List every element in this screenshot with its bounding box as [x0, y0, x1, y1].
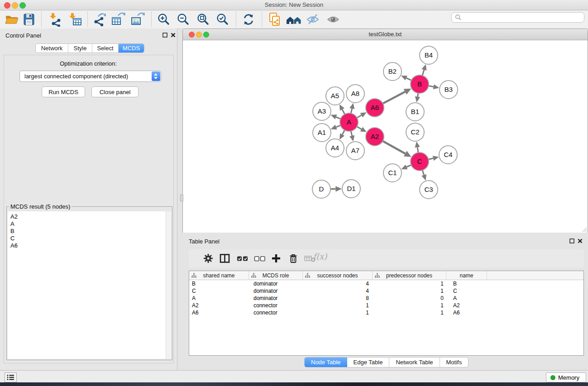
export-table-button[interactable]	[111, 12, 125, 27]
graph-node-C2[interactable]: C2	[406, 123, 424, 141]
zoom-out-button[interactable]	[176, 12, 191, 27]
vertical-split-handle[interactable]	[180, 195, 183, 201]
table-cell[interactable]: A2	[446, 302, 487, 309]
new-network-from-file-button[interactable]	[268, 12, 282, 27]
graph-node-B1[interactable]: B1	[406, 103, 424, 121]
task-history-button[interactable]	[5, 372, 17, 382]
tab-select[interactable]: Select	[92, 44, 119, 52]
graph-node-D[interactable]: D	[312, 180, 330, 198]
search-field[interactable]	[451, 12, 584, 23]
delete-column-button[interactable]	[288, 253, 299, 264]
graph-edge-B-B2[interactable]	[401, 76, 412, 81]
graph-edge-A-A2[interactable]	[356, 126, 367, 132]
graph-edge-C-C4[interactable]	[428, 156, 439, 161]
table-cell[interactable]: A2	[189, 302, 249, 309]
export-image-button[interactable]	[130, 12, 145, 27]
network-canvas[interactable]: B4B2BB3A5A8A6A3B1AC2A1A2A4A7C4CC1DD1C3	[183, 40, 588, 233]
zoom-in-button[interactable]	[157, 12, 171, 27]
column-header-shared-name[interactable]: shared name	[189, 271, 249, 280]
tab-node-table[interactable]: Node Table	[305, 357, 347, 367]
column-header-predecessor-nodes[interactable]: predecessor nodes	[373, 271, 446, 280]
graph-edge-C-C1[interactable]	[401, 165, 412, 170]
float-table-panel-button[interactable]	[569, 238, 575, 244]
graph-edge-A-A3[interactable]	[330, 114, 341, 119]
show-all-button[interactable]	[326, 12, 340, 27]
table-cell[interactable]: dominator	[249, 281, 303, 287]
graph-node-A5[interactable]: A5	[326, 87, 344, 105]
graph-edge-B-B4[interactable]	[421, 64, 426, 76]
table-cell[interactable]: 1	[303, 310, 373, 316]
graph-node-A2[interactable]: A2	[366, 128, 384, 146]
graph-node-C3[interactable]: C3	[420, 181, 438, 199]
home-layout-button[interactable]	[286, 12, 303, 27]
table-cell[interactable]: connector	[249, 310, 303, 316]
tab-network-table[interactable]: Network Table	[389, 357, 440, 367]
zoom-selected-button[interactable]	[215, 12, 230, 27]
graph-node-D1[interactable]: D1	[342, 180, 360, 198]
graph-node-B4[interactable]: B4	[420, 46, 438, 64]
list-item[interactable]: C	[8, 235, 166, 242]
table-cell[interactable]: 1	[373, 302, 446, 309]
select-all-rows-button[interactable]	[237, 253, 248, 264]
graph-node-B3[interactable]: B3	[440, 81, 458, 99]
criterion-dropdown[interactable]: largest connected component (directed)	[19, 71, 161, 82]
list-item[interactable]: A	[8, 220, 166, 228]
graph-edge-A-A4[interactable]	[339, 129, 345, 140]
tab-motifs[interactable]: Motifs	[440, 357, 468, 367]
table-cell[interactable]: 1	[373, 281, 446, 287]
refresh-button[interactable]	[241, 12, 256, 27]
table-cell[interactable]: dominator	[249, 295, 303, 301]
table-settings-button[interactable]	[203, 253, 214, 264]
import-network-button[interactable]	[48, 12, 62, 27]
save-session-button[interactable]	[22, 12, 36, 27]
table-cell[interactable]: 4	[303, 281, 373, 287]
network-graph[interactable]: B4B2BB3A5A8A6A3B1AC2A1A2A4A7C4CC1DD1C3	[183, 40, 587, 232]
list-item[interactable]: A6	[8, 242, 166, 249]
graph-edge-D-D1[interactable]	[330, 186, 342, 191]
graph-node-B[interactable]: B	[411, 75, 429, 93]
import-table-button[interactable]	[68, 12, 82, 27]
table-cell[interactable]: connector	[249, 302, 303, 309]
table-cell[interactable]: 0	[373, 295, 446, 301]
zoom-fit-button[interactable]	[196, 12, 210, 27]
network-window-titlebar[interactable]: testGlobe.txt	[183, 29, 588, 40]
graph-edge-B-B1[interactable]	[415, 92, 420, 103]
deselect-all-rows-button[interactable]	[254, 253, 265, 264]
graph-node-A4[interactable]: A4	[326, 139, 344, 157]
table-cell[interactable]: 4	[303, 288, 373, 294]
export-network-button[interactable]	[92, 12, 106, 27]
tab-style[interactable]: Style	[68, 44, 92, 52]
graph-edge-C-C3[interactable]	[421, 169, 426, 181]
list-item[interactable]: B	[8, 228, 166, 235]
table-cell[interactable]: A6	[446, 310, 487, 316]
close-panel-button[interactable]	[171, 33, 177, 38]
resize-grip-icon[interactable]	[581, 226, 587, 232]
graph-edge-B-B3[interactable]	[428, 84, 440, 89]
graph-edge-A-A8[interactable]	[349, 103, 354, 114]
hide-selected-button[interactable]	[306, 12, 320, 27]
open-file-button[interactable]	[5, 12, 19, 27]
tab-mcds[interactable]: MCDS	[119, 44, 144, 52]
memory-status-button[interactable]: Memory	[546, 372, 586, 382]
graph-edge-A-A7[interactable]	[349, 130, 354, 142]
table-row[interactable]: Cdominator41C	[189, 287, 583, 295]
table-cell[interactable]: C	[189, 288, 249, 294]
table-cell[interactable]: A	[189, 295, 249, 301]
table-cell[interactable]: 1	[373, 288, 446, 294]
tab-edge-table[interactable]: Edge Table	[347, 357, 390, 367]
table-cell[interactable]: B	[189, 281, 249, 287]
table-cell[interactable]: 1	[303, 302, 373, 309]
table-cell[interactable]: dominator	[249, 288, 303, 294]
column-header-successor-nodes[interactable]: successor nodes	[303, 271, 373, 280]
table-row[interactable]: Bdominator41B	[189, 280, 583, 287]
show-columns-button[interactable]	[220, 253, 230, 264]
table-cell[interactable]: 1	[373, 310, 446, 316]
table-row[interactable]: A6connector11A6	[189, 309, 583, 316]
graph-edge-C-C2[interactable]	[415, 142, 420, 153]
tab-network[interactable]: Network	[36, 44, 68, 52]
float-panel-button[interactable]	[163, 33, 168, 38]
graph-node-B2[interactable]: B2	[383, 62, 402, 81]
graph-node-C[interactable]: C	[411, 152, 429, 171]
graph-node-A8[interactable]: A8	[346, 85, 364, 103]
graph-node-C1[interactable]: C1	[383, 164, 402, 182]
